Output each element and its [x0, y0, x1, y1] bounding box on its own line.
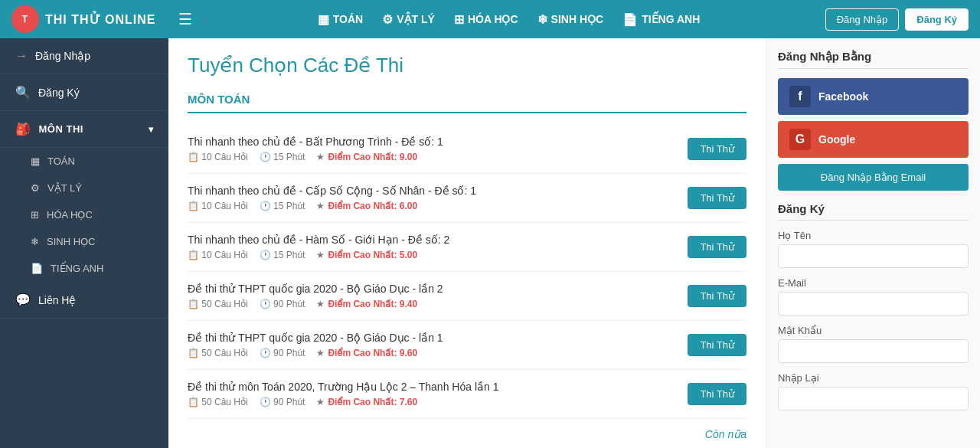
sidebar-item-toan[interactable]: ▦ TOÁN — [0, 148, 168, 175]
toan-icon: ▦ — [318, 12, 329, 27]
exam-info: Đề thi thử THPT quốc gia 2020 - Bộ Giáo … — [188, 283, 443, 309]
thi-thu-button[interactable]: Thi Thử — [688, 187, 746, 209]
sidebar-right: Đăng Nhập Bằng f Facebook G Google Đăng … — [766, 38, 980, 448]
page-title: Tuyển Chọn Các Đề Thi — [188, 54, 746, 77]
sidebar-item-monthi[interactable]: 🎒 MÔN THI ▾ — [0, 111, 168, 148]
header-register-button[interactable]: Đăng Ký — [905, 8, 969, 31]
sidebar-sinhhoc-label: SINH HỌC — [47, 236, 95, 247]
sidebar-item-sinhhoc[interactable]: ❄ SINH HỌC — [0, 228, 168, 255]
toan-sub-icon: ▦ — [31, 155, 40, 167]
nav-toan-label: TOÁN — [333, 13, 363, 25]
vatly-sub-icon: ⚙ — [31, 182, 40, 194]
exam-item: Thi nhanh theo chủ đề - Hàm Số - Giới Hạ… — [188, 223, 746, 272]
sidebar-item-dangnhap[interactable]: → Đăng Nhập — [0, 38, 168, 74]
exam-info: Thi nhanh theo chủ đề - Cấp Số Cộng - Số… — [188, 185, 476, 211]
score-meta: ★ Điểm Cao Nhất: 7.60 — [316, 397, 417, 407]
logo-text: THI THỬ ONLINE — [45, 12, 155, 27]
email-button-label: Đăng Nhập Bằng Email — [821, 172, 926, 183]
exam-meta: 📋 50 Câu Hỏi 🕐 90 Phút ★ Điểm Cao Nhất: … — [188, 397, 498, 407]
hoten-input[interactable] — [778, 244, 969, 268]
sidebar-item-lienhe[interactable]: 💬 Liên Hệ — [0, 282, 168, 319]
sidebar-item-tienganh[interactable]: 📄 TIẾNG ANH — [0, 255, 168, 282]
exam-title: Đề thi thử THPT quốc gia 2020 - Bộ Giáo … — [188, 283, 443, 295]
matkhau-input[interactable] — [778, 339, 969, 363]
sidebar-item-vatly[interactable]: ⚙ VẬT LÝ — [0, 175, 168, 201]
exam-item: Đề thi thử môn Toán 2020, Trường Hậu Lộc… — [188, 370, 746, 419]
exam-title: Thi nhanh theo chủ đề - Cấp Số Cộng - Số… — [188, 185, 476, 197]
exam-item: Đề thi thử THPT quốc gia 2020 - Bộ Giáo … — [188, 321, 746, 370]
time-meta: 🕐 15 Phút — [260, 250, 305, 260]
form-group-email: E-Mail — [778, 277, 969, 316]
score-meta: ★ Điểm Cao Nhất: 9.00 — [316, 152, 417, 162]
exam-title: Đề thi thử THPT quốc gia 2020 - Bộ Giáo … — [188, 332, 443, 344]
sidebar-item-dangky[interactable]: 🔍 Đăng Ký — [0, 74, 168, 111]
logo: T THI THỬ ONLINE — [11, 5, 155, 33]
nav-hoahoc-label: HÓA HỌC — [468, 13, 518, 25]
sidebar-hoahoc-label: HÓA HỌC — [47, 209, 93, 221]
nav-vatly-label: VẬT LÝ — [397, 13, 435, 25]
score-meta: ★ Điểm Cao Nhất: 9.40 — [316, 299, 417, 309]
nav-vatly[interactable]: ⚙ VẬT LÝ — [382, 12, 435, 27]
matkhau-label: Mật Khẩu — [778, 325, 969, 336]
time-meta: 🕐 15 Phút — [260, 152, 305, 162]
logo-icon: T — [11, 5, 39, 33]
facebook-login-button[interactable]: f Facebook — [778, 78, 969, 115]
exam-meta: 📋 50 Câu Hỏi 🕐 90 Phút ★ Điểm Cao Nhất: … — [188, 348, 443, 358]
login-section-title: Đăng Nhập Bằng — [778, 50, 969, 69]
sidebar-dangky-label: Đăng Ký — [38, 87, 80, 99]
email-login-button[interactable]: Đăng Nhập Bằng Email — [778, 164, 969, 191]
vatly-icon: ⚙ — [382, 12, 393, 27]
score-meta: ★ Điểm Cao Nhất: 6.00 — [316, 201, 417, 211]
header-actions: Đăng Nhập Đăng Ký — [825, 8, 969, 31]
menu-icon[interactable]: ☰ — [178, 10, 192, 28]
con-nua-link[interactable]: Còn nữa — [188, 419, 746, 448]
main-content: Tuyển Chọn Các Đề Thi MÔN TOÁN Thi nhanh… — [168, 38, 766, 448]
register-section: Đăng Ký Họ Tên E-Mail Mật Khẩu Nhập Lại — [778, 202, 969, 410]
thi-thu-button[interactable]: Thi Thử — [688, 334, 746, 356]
search-icon: 🔍 — [15, 85, 31, 100]
sidebar-lienhe-label: Liên Hệ — [38, 294, 76, 306]
thi-thu-button[interactable]: Thi Thử — [688, 285, 746, 307]
exam-title: Thi nhanh theo chủ đề - Hàm Số - Giới Hạ… — [188, 234, 449, 246]
exam-info: Thi nhanh theo chủ đề - Bất Phương Trình… — [188, 136, 443, 162]
exam-item: Đề thi thử THPT quốc gia 2020 - Bộ Giáo … — [188, 272, 746, 321]
exam-info: Thi nhanh theo chủ đề - Hàm Số - Giới Hạ… — [188, 234, 449, 260]
nav-toan[interactable]: ▦ TOÁN — [318, 12, 363, 27]
google-button-label: Google — [818, 133, 855, 146]
arrow-right-icon: → — [15, 49, 28, 63]
tienganh-icon: 📄 — [622, 12, 638, 27]
time-meta: 🕐 90 Phút — [260, 299, 305, 309]
nav-tienganh[interactable]: 📄 TIẾNG ANH — [622, 12, 700, 27]
form-group-matkhau: Mật Khẩu — [778, 325, 969, 363]
google-login-button[interactable]: G Google — [778, 121, 969, 158]
nav-hoahoc[interactable]: ⊞ HÓA HỌC — [454, 12, 518, 27]
register-section-title: Đăng Ký — [778, 202, 969, 221]
exam-title: Thi nhanh theo chủ đề - Bất Phương Trình… — [188, 136, 443, 148]
sidebar-dangnhap-label: Đăng Nhập — [35, 50, 90, 62]
questions-meta: 📋 10 Câu Hỏi — [188, 152, 248, 162]
exam-item: Thi nhanh theo chủ đề - Cấp Số Cộng - Số… — [188, 174, 746, 223]
nav-sinhhoc-label: SINH HỌC — [551, 13, 604, 25]
header-nav: ▦ TOÁN ⚙ VẬT LÝ ⊞ HÓA HỌC ❄ SINH HỌC 📄 T… — [207, 12, 809, 27]
nav-tienganh-label: TIẾNG ANH — [642, 13, 700, 25]
nav-sinhhoc[interactable]: ❄ SINH HỌC — [537, 12, 604, 27]
thi-thu-button[interactable]: Thi Thử — [688, 236, 746, 258]
sidebar-item-hoahoc[interactable]: ⊞ HÓA HỌC — [0, 201, 168, 228]
bag-icon: 🎒 — [15, 122, 31, 136]
questions-meta: 📋 10 Câu Hỏi — [188, 201, 248, 211]
facebook-button-label: Facebook — [818, 90, 868, 103]
questions-meta: 📋 50 Câu Hỏi — [188, 397, 248, 407]
time-meta: 🕐 90 Phút — [260, 348, 305, 358]
thi-thu-button[interactable]: Thi Thử — [688, 138, 746, 160]
exam-info: Đề thi thử THPT quốc gia 2020 - Bộ Giáo … — [188, 332, 443, 358]
header: T THI THỬ ONLINE ☰ ▦ TOÁN ⚙ VẬT LÝ ⊞ HÓA… — [0, 0, 980, 38]
sidebar-vatly-label: VẬT LÝ — [47, 182, 82, 194]
email-input[interactable] — [778, 292, 969, 316]
nhaplai-label: Nhập Lại — [778, 372, 969, 384]
exam-meta: 📋 10 Câu Hỏi 🕐 15 Phút ★ Điểm Cao Nhất: … — [188, 250, 449, 260]
chat-icon: 💬 — [15, 293, 31, 307]
thi-thu-button[interactable]: Thi Thử — [688, 383, 746, 405]
hoten-label: Họ Tên — [778, 230, 969, 241]
header-login-button[interactable]: Đăng Nhập — [825, 8, 900, 31]
nhaplai-input[interactable] — [778, 387, 969, 410]
